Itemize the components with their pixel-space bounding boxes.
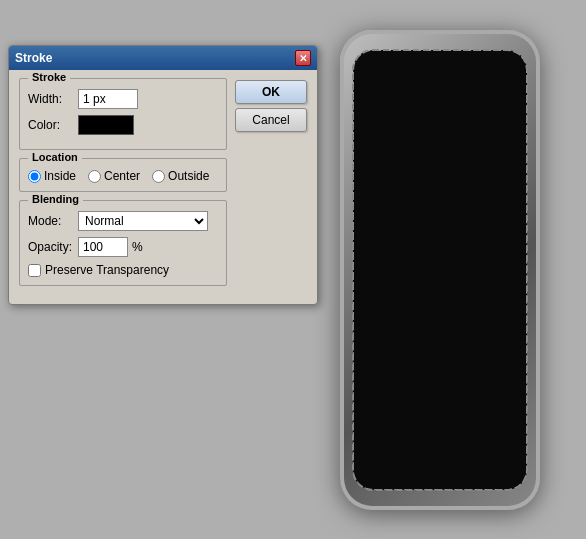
blending-group-content: Mode: Normal Dissolve Multiply Screen Op… bbox=[28, 211, 218, 277]
cancel-button[interactable]: Cancel bbox=[235, 108, 307, 132]
close-button[interactable]: ✕ bbox=[295, 50, 311, 66]
radio-inside-label: Inside bbox=[44, 169, 76, 183]
dialog-inner: Stroke Width: Color: Location bbox=[19, 78, 307, 294]
width-label: Width: bbox=[28, 92, 78, 106]
location-group: Location Inside Center bbox=[19, 158, 227, 192]
preserve-checkbox[interactable] bbox=[28, 264, 41, 277]
blending-group-label: Blending bbox=[28, 193, 83, 205]
stroke-group-content: Width: Color: bbox=[28, 89, 218, 135]
opacity-label: Opacity: bbox=[28, 240, 78, 254]
location-group-label: Location bbox=[28, 151, 82, 163]
opacity-unit: % bbox=[132, 240, 143, 254]
location-group-content: Inside Center Outside bbox=[28, 169, 218, 183]
dialog-body: Stroke Width: Color: Location bbox=[9, 70, 317, 304]
opacity-row: Opacity: % bbox=[28, 237, 218, 257]
radio-center-label: Center bbox=[104, 169, 140, 183]
radio-center[interactable]: Center bbox=[88, 169, 140, 183]
mode-select[interactable]: Normal Dissolve Multiply Screen bbox=[78, 211, 208, 231]
mode-label: Mode: bbox=[28, 214, 78, 228]
stroke-dialog: Stroke ✕ Stroke Width: Color: bbox=[8, 45, 318, 305]
phone-screen bbox=[353, 50, 527, 490]
dialog-titlebar: Stroke ✕ bbox=[9, 46, 317, 70]
preserve-label: Preserve Transparency bbox=[45, 263, 169, 277]
ok-button[interactable]: OK bbox=[235, 80, 307, 104]
color-label: Color: bbox=[28, 118, 78, 132]
stroke-group: Stroke Width: Color: bbox=[19, 78, 227, 150]
blending-group: Blending Mode: Normal Dissolve Multiply … bbox=[19, 200, 227, 286]
mode-row: Mode: Normal Dissolve Multiply Screen bbox=[28, 211, 218, 231]
dialog-form: Stroke Width: Color: Location bbox=[19, 78, 227, 294]
stroke-group-label: Stroke bbox=[28, 71, 70, 83]
opacity-input[interactable] bbox=[78, 237, 128, 257]
dialog-button-column: OK Cancel bbox=[235, 78, 307, 294]
radio-inside[interactable]: Inside bbox=[28, 169, 76, 183]
width-input[interactable] bbox=[78, 89, 138, 109]
color-row: Color: bbox=[28, 115, 218, 135]
width-row: Width: bbox=[28, 89, 218, 109]
location-radio-group: Inside Center Outside bbox=[28, 169, 218, 183]
radio-outside[interactable]: Outside bbox=[152, 169, 209, 183]
radio-outside-label: Outside bbox=[168, 169, 209, 183]
preserve-row: Preserve Transparency bbox=[28, 263, 218, 277]
phone-mockup bbox=[340, 30, 540, 510]
dialog-title: Stroke bbox=[15, 51, 52, 65]
color-swatch[interactable] bbox=[78, 115, 134, 135]
